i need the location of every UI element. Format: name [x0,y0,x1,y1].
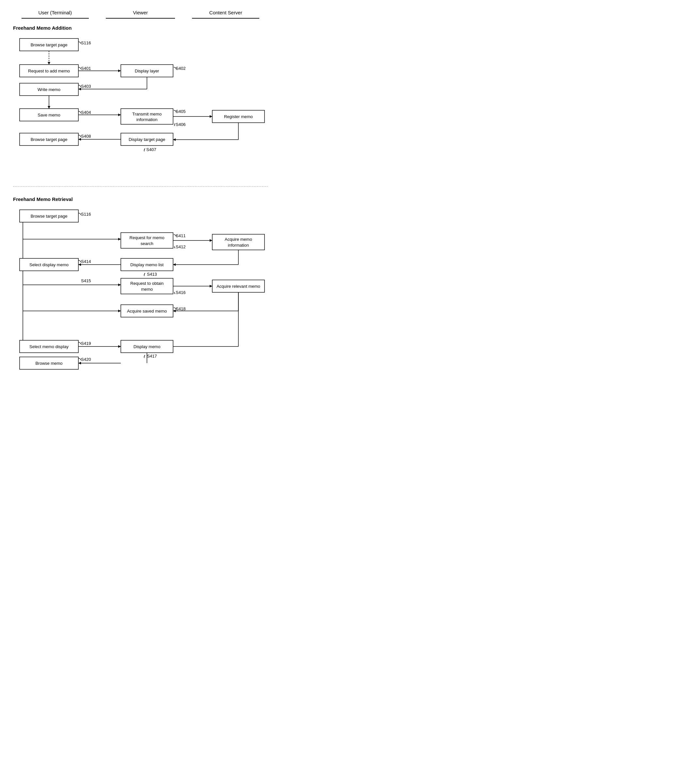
svg-marker-26 [78,138,81,141]
svg-marker-54 [173,310,176,312]
label-s417: S417 [147,354,157,359]
label-s401: S401 [81,66,91,71]
node-request-obtain-memo: Request to obtain [130,281,164,286]
label-s116-add: S116 [81,40,91,45]
label-s406: S406 [176,122,186,127]
diagram-svg-addition: Browse target page S116 Request to add m… [13,35,274,176]
svg-marker-35 [210,239,212,242]
label-s420: S420 [81,357,91,362]
header-lines [13,18,268,19]
node-browse-target-s408: Browse target page [31,137,68,142]
label-s408: S408 [81,134,91,138]
node-display-memo: Display memo [134,344,160,349]
label-s419: S419 [81,341,91,346]
column-headers: User (Terminal) Viewer Content Server [13,10,268,16]
node-save-memo: Save memo [37,112,60,117]
svg-marker-31 [118,238,121,240]
svg-marker-5 [118,70,121,72]
svg-text:information: information [228,243,249,247]
svg-marker-23 [173,138,176,141]
label-s416: S416 [176,290,186,295]
diagram-svg-retrieval: Browse target page S116 Request for memo… [13,207,274,409]
diagram-container: User (Terminal) Viewer Content Server Fr… [13,10,268,410]
section-title-addition: Freehand Memo Addition [13,25,268,31]
node-acquire-relevant-memo: Acquire relevant memo [217,284,260,289]
node-browse-target-retr-s116: Browse target page [31,214,68,219]
node-select-memo-display: Select memo display [30,344,69,349]
col-header-viewer: Viewer [97,10,184,16]
svg-marker-46 [118,283,121,286]
label-s405: S405 [176,109,186,114]
label-s116-retr: S116 [81,212,91,217]
node-browse-target-s116: Browse target page [31,42,68,47]
label-s411: S411 [176,233,186,238]
node-request-memo-search: Request for memo [129,235,165,240]
label-s404: S404 [81,110,91,115]
label-s402: S402 [176,66,186,71]
node-write-memo: Write memo [37,87,61,92]
label-s414: S414 [81,259,91,264]
col-header-user: User (Terminal) [13,10,97,16]
svg-text:memo: memo [141,287,153,292]
node-transmit-memo: Transmit memo [132,112,162,117]
svg-marker-69 [78,362,81,364]
node-display-layer: Display layer [135,68,159,73]
svg-text:search: search [140,241,153,246]
svg-marker-2 [48,62,50,65]
label-s403: S403 [81,84,91,89]
svg-text:information: information [136,117,158,122]
node-register-memo: Register memo [224,114,253,119]
node-browse-memo: Browse memo [35,361,62,366]
svg-marker-15 [118,114,121,116]
svg-marker-40 [173,263,176,266]
section-addition: Freehand Memo Addition Browse target pag… [13,25,268,176]
svg-marker-64 [118,345,121,348]
node-display-memo-list: Display memo list [130,262,164,267]
section-divider [13,186,268,187]
svg-marker-9 [78,88,81,90]
node-display-target-page: Display target page [129,137,165,142]
svg-marker-43 [78,263,81,266]
svg-marker-50 [210,285,212,288]
svg-marker-57 [118,310,121,312]
section-retrieval: Freehand Memo Retrieval Browse target pa… [13,196,268,410]
label-s413: S413 [147,272,157,277]
label-s412: S412 [176,244,186,249]
node-request-add-memo: Request to add memo [28,68,70,73]
section-title-retrieval: Freehand Memo Retrieval [13,196,268,202]
node-acquire-saved-memo: Acquire saved memo [127,309,167,314]
svg-marker-19 [210,115,212,118]
node-select-display-memo: Select display memo [30,262,69,267]
node-acquire-memo-info: Acquire memo [225,237,252,242]
label-s415: S415 [81,278,91,283]
col-header-server: Content Server [184,10,268,16]
svg-marker-12 [48,106,50,109]
label-s418: S418 [176,306,186,311]
label-s407: S407 [146,147,156,152]
